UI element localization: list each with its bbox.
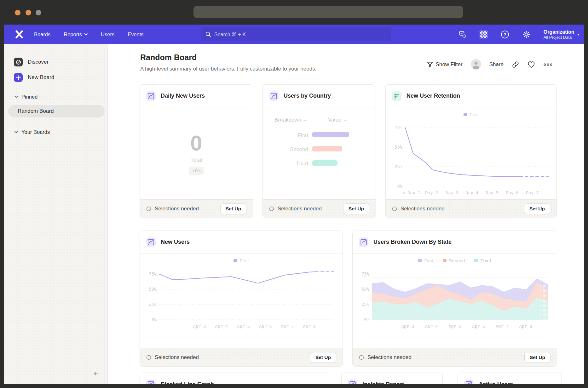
table-row: Second xyxy=(274,146,363,153)
mixpanel-logo-icon[interactable] xyxy=(14,30,24,39)
nav-item-users[interactable]: Users xyxy=(101,31,114,37)
svg-text:25%: 25% xyxy=(149,302,157,307)
filter-funnel-icon xyxy=(427,62,433,67)
plus-icon xyxy=(14,73,23,82)
svg-text:Day 7: Day 7 xyxy=(526,190,539,195)
show-filter-button[interactable]: Show Filter xyxy=(427,61,463,68)
empty-circle-icon xyxy=(269,206,274,211)
chart-legend: First Second Third xyxy=(353,258,557,263)
avatar[interactable] xyxy=(471,59,481,70)
org-switcher[interactable]: Organization All Project Data ▾ xyxy=(544,29,579,40)
svg-text:25%: 25% xyxy=(362,302,369,307)
svg-text:75%: 75% xyxy=(149,271,157,277)
svg-text:Apr 3: Apr 3 xyxy=(401,324,414,329)
nav-item-events[interactable]: Events xyxy=(128,31,143,37)
set-up-button[interactable]: Set Up xyxy=(310,352,336,363)
line-chart-icon xyxy=(464,379,474,384)
card-title: Users by Country xyxy=(284,93,331,99)
svg-text:Apr 4: Apr 4 xyxy=(215,324,228,329)
svg-text:0%: 0% xyxy=(364,317,369,322)
empty-circle-icon xyxy=(146,206,151,211)
svg-text:Apr 3: Apr 3 xyxy=(193,324,206,329)
share-button[interactable]: Share xyxy=(489,61,504,68)
nav-item-boards[interactable]: Boards xyxy=(34,31,50,37)
svg-text:Day 4: Day 4 xyxy=(465,190,478,195)
value-dropdown[interactable]: Value▼ xyxy=(312,117,363,123)
card-title: Stacked Line Graph xyxy=(161,381,214,385)
set-up-button[interactable]: Set Up xyxy=(524,352,551,363)
svg-text:75%: 75% xyxy=(362,271,369,277)
card-users-by-state: Users Broken Down By State First Second … xyxy=(352,231,557,367)
metric-value: 0 xyxy=(190,132,202,154)
svg-text:Apr 8: Apr 8 xyxy=(519,324,532,329)
help-icon[interactable]: ? xyxy=(501,30,510,39)
traffic-light-close[interactable] xyxy=(15,10,20,15)
card-title: Insights Report xyxy=(362,381,404,385)
chevron-down-icon xyxy=(14,96,18,98)
bar-second xyxy=(312,146,342,151)
compass-icon xyxy=(14,58,23,66)
table-row: First xyxy=(274,132,363,139)
collapse-sidebar-icon[interactable] xyxy=(92,370,99,377)
sidebar-section-your-boards[interactable]: Your Boards xyxy=(14,129,50,135)
svg-text:< Day 1: < Day 1 xyxy=(402,190,420,195)
svg-text:0%: 0% xyxy=(397,184,402,189)
bar-first xyxy=(312,132,349,137)
line-chart-icon xyxy=(146,237,156,247)
org-name: Organization xyxy=(544,29,574,35)
retention-grid-icon xyxy=(392,91,401,101)
nav-item-reports[interactable]: Reports xyxy=(64,31,88,37)
card-title: Daily New Users xyxy=(161,93,205,99)
chevron-down-icon xyxy=(84,33,88,36)
card-daily-new-users: Daily New Users 0 Total ↑0% Selections n… xyxy=(140,84,253,218)
set-up-button[interactable]: Set Up xyxy=(343,203,369,214)
status-selections-needed: Selections needed xyxy=(392,206,524,212)
svg-text:Day 5: Day 5 xyxy=(486,190,499,195)
svg-text:?: ? xyxy=(504,32,506,37)
set-up-button[interactable]: Set Up xyxy=(220,203,246,214)
chevron-down-icon: ▼ xyxy=(303,119,307,122)
settings-gear-icon[interactable] xyxy=(522,30,531,39)
sidebar-item-random-board[interactable]: Random Board xyxy=(8,105,105,117)
sidebar-item-new-board[interactable]: New Board xyxy=(14,73,54,82)
chart-legend: First xyxy=(140,258,343,263)
copy-link-icon[interactable] xyxy=(512,61,519,68)
sidebar-item-discover[interactable]: Discover xyxy=(14,58,49,66)
page-subtitle: A high-level summary of user behaviors. … xyxy=(140,66,316,72)
window-chrome xyxy=(0,0,588,25)
traffic-light-minimize[interactable] xyxy=(26,10,31,15)
card-stacked-line-graph: Stacked Line Graph xyxy=(140,373,330,384)
page-title: Random Board xyxy=(140,53,197,62)
apps-grid-icon[interactable] xyxy=(479,30,488,39)
svg-text:50%: 50% xyxy=(395,145,402,150)
favorite-heart-icon[interactable] xyxy=(527,61,535,68)
svg-text:Apr 7: Apr 7 xyxy=(281,324,294,329)
traffic-light-zoom[interactable] xyxy=(36,10,41,15)
svg-text:Apr 7: Apr 7 xyxy=(496,324,509,329)
metric-label: Total xyxy=(190,157,202,163)
card-active-users: Active Users xyxy=(458,373,562,384)
set-up-button[interactable]: Set Up xyxy=(524,203,550,214)
data-management-icon[interactable] xyxy=(458,30,467,39)
search-icon xyxy=(205,31,211,37)
state-stacked-area-chart: 75%50%25%0%Apr 3Apr 4Apr 5Apr 6Apr 7Apr … xyxy=(356,269,552,330)
search-input[interactable]: Search ⌘ + K xyxy=(201,27,391,41)
line-chart-icon xyxy=(269,91,279,101)
svg-text:Apr 5: Apr 5 xyxy=(448,324,461,329)
card-new-users: New Users First 75%50%25%0%Apr 3Apr 4Apr… xyxy=(140,231,343,367)
url-bar[interactable] xyxy=(193,6,463,18)
line-chart-icon xyxy=(359,237,368,247)
empty-circle-icon xyxy=(392,206,397,211)
breakdown-dropdown[interactable]: Breakdown▼ xyxy=(274,117,312,123)
svg-text:75%: 75% xyxy=(395,125,402,130)
svg-text:Apr 6: Apr 6 xyxy=(259,324,272,329)
new-users-line-chart: 75%50%25%0%Apr 3Apr 4Apr 5Apr 6Apr 7Apr … xyxy=(144,269,337,330)
card-title: New Users xyxy=(161,239,190,245)
card-new-user-retention: New User Retention First 75%50%25%0%< Da… xyxy=(385,84,557,218)
metric-delta-badge: ↑0% xyxy=(189,167,204,175)
empty-circle-icon xyxy=(146,355,151,360)
retention-line-chart: 75%50%25%0%< Day 1Day 2Day 3Day 4Day 5Da… xyxy=(389,121,552,197)
sidebar-section-pinned[interactable]: Pinned xyxy=(14,94,37,100)
status-selections-needed: Selections needed xyxy=(359,354,524,361)
more-options-icon[interactable] xyxy=(543,63,553,66)
